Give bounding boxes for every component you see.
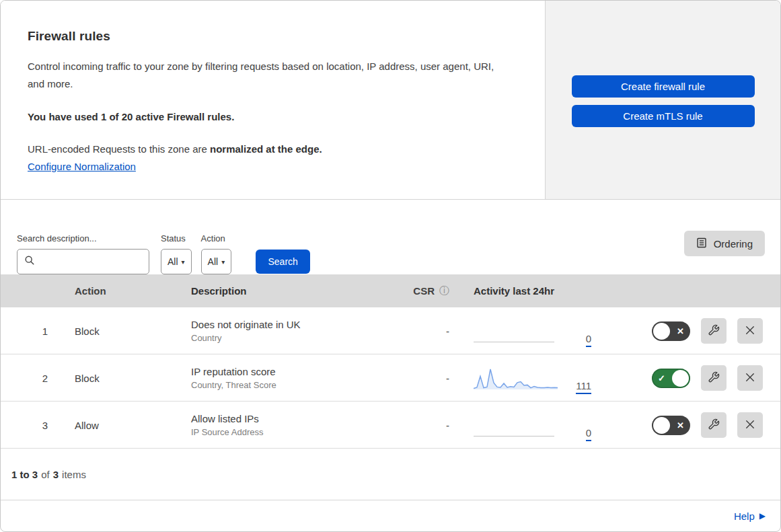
rule-fields: IP Source Address bbox=[191, 427, 397, 437]
help-bar: Help ▶ bbox=[1, 500, 780, 531]
rule-enabled-toggle[interactable]: ✕ bbox=[652, 321, 690, 341]
chevron-down-icon: ▾ bbox=[182, 258, 185, 266]
pagination-range: 1 to 3 bbox=[11, 469, 38, 480]
rule-description: IP reputation score bbox=[191, 366, 397, 377]
close-icon bbox=[744, 418, 756, 432]
wrench-icon bbox=[708, 371, 720, 385]
activity-count-box: 0 bbox=[571, 427, 591, 439]
toggle-knob bbox=[653, 323, 670, 340]
activity-count-link[interactable]: 0 bbox=[586, 427, 591, 441]
rule-fields: Country bbox=[191, 333, 397, 343]
activity-sparkline bbox=[474, 318, 558, 345]
rule-description: Does not originate in UK bbox=[191, 319, 397, 330]
normalization-bold-text: normalized at the edge. bbox=[210, 143, 322, 155]
csr-header-label: CSR bbox=[413, 285, 435, 297]
rule-description-cell: Does not originate in UK Country bbox=[182, 319, 397, 343]
table-row: 1 Block Does not originate in UK Country… bbox=[1, 307, 780, 354]
rule-action: Block bbox=[65, 373, 182, 384]
search-group: Search description... bbox=[17, 233, 149, 274]
rule-priority: 1 bbox=[1, 326, 65, 337]
description-column-header: Description bbox=[182, 285, 397, 297]
action-column-header: Action bbox=[65, 285, 182, 297]
activity-count-link[interactable]: 0 bbox=[586, 333, 591, 347]
usage-note: You have used 1 of 20 active Firewall ru… bbox=[28, 111, 518, 122]
rule-priority: 3 bbox=[1, 420, 65, 431]
edit-rule-button[interactable] bbox=[701, 365, 727, 391]
search-button[interactable]: Search bbox=[256, 250, 310, 274]
ordering-button[interactable]: Ordering bbox=[684, 231, 765, 256]
status-filter-group: Status All ▾ bbox=[161, 233, 192, 274]
activity-count-box: 111 bbox=[571, 380, 591, 392]
status-dropdown[interactable]: All ▾ bbox=[161, 249, 192, 274]
normalization-note: URL-encoded Requests to this zone are no… bbox=[28, 143, 518, 155]
page-title: Firewall rules bbox=[28, 29, 518, 44]
wrench-icon bbox=[708, 324, 720, 338]
rule-csr-value: - bbox=[397, 326, 456, 337]
filter-bar: Search description... Status All ▾ Actio… bbox=[1, 200, 780, 274]
normalization-text: URL-encoded Requests to this zone are bbox=[28, 143, 210, 155]
action-label: Action bbox=[201, 233, 232, 243]
rule-activity-cell: 111 bbox=[456, 354, 626, 402]
edit-rule-button[interactable] bbox=[701, 318, 727, 344]
rule-action: Allow bbox=[65, 420, 182, 431]
rule-controls: ✕ bbox=[626, 412, 780, 438]
pagination-items: items bbox=[62, 469, 86, 480]
csr-column-header: CSR ⓘ bbox=[397, 284, 456, 297]
activity-column-header: Activity last 24hr bbox=[456, 285, 626, 297]
rule-activity-cell: 0 bbox=[456, 307, 626, 354]
status-value: All bbox=[168, 256, 178, 267]
header-actions-area: Create firewall rule Create mTLS rule bbox=[546, 1, 780, 199]
rule-priority: 2 bbox=[1, 373, 65, 384]
ordering-label: Ordering bbox=[714, 238, 753, 250]
action-dropdown[interactable]: All ▾ bbox=[201, 249, 232, 274]
activity-sparkline bbox=[474, 412, 558, 439]
rule-csr-value: - bbox=[397, 420, 456, 431]
delete-rule-button[interactable] bbox=[737, 412, 763, 438]
toggle-state-icon: ✕ bbox=[677, 327, 684, 336]
toggle-state-icon: ✓ bbox=[658, 374, 665, 383]
rule-activity-cell: 0 bbox=[456, 402, 626, 449]
header-section: Firewall rules Control incoming traffic … bbox=[1, 1, 780, 200]
close-icon bbox=[744, 371, 756, 385]
toggle-knob bbox=[653, 417, 670, 434]
configure-normalization-link[interactable]: Configure Normalization bbox=[28, 161, 136, 172]
table-row: 3 Allow Allow listed IPs IP Source Addre… bbox=[1, 402, 780, 449]
edit-rule-button[interactable] bbox=[701, 412, 727, 438]
action-value: All bbox=[208, 256, 219, 267]
chevron-down-icon: ▾ bbox=[221, 258, 225, 266]
search-input[interactable] bbox=[17, 249, 149, 274]
close-icon bbox=[744, 324, 756, 338]
rule-csr-value: - bbox=[397, 373, 456, 384]
toggle-knob bbox=[672, 370, 689, 387]
rule-description-cell: Allow listed IPs IP Source Address bbox=[182, 413, 397, 437]
header-text-area: Firewall rules Control incoming traffic … bbox=[1, 1, 546, 199]
create-firewall-rule-button[interactable]: Create firewall rule bbox=[572, 75, 755, 98]
delete-rule-button[interactable] bbox=[737, 365, 763, 391]
list-icon bbox=[696, 237, 707, 250]
toggle-state-icon: ✕ bbox=[677, 421, 684, 430]
rule-controls: ✓ bbox=[626, 365, 780, 391]
activity-count-box: 0 bbox=[571, 333, 591, 345]
table-header: Action Description CSR ⓘ Activity last 2… bbox=[1, 274, 780, 307]
pagination-total: 3 bbox=[53, 469, 59, 480]
rule-description: Allow listed IPs bbox=[191, 413, 397, 424]
wrench-icon bbox=[708, 418, 720, 432]
activity-count-link[interactable]: 111 bbox=[576, 380, 591, 394]
delete-rule-button[interactable] bbox=[737, 318, 763, 344]
rule-action: Block bbox=[65, 326, 182, 337]
status-label: Status bbox=[161, 233, 192, 243]
info-icon[interactable]: ⓘ bbox=[439, 284, 449, 297]
rule-enabled-toggle[interactable]: ✓ bbox=[652, 369, 690, 388]
pagination-of: of bbox=[41, 469, 50, 480]
page-description: Control incoming traffic to your zone by… bbox=[28, 58, 507, 93]
help-label: Help bbox=[734, 510, 755, 522]
search-icon bbox=[24, 255, 35, 268]
help-link[interactable]: Help ▶ bbox=[734, 510, 766, 522]
search-label: Search description... bbox=[17, 233, 149, 243]
arrow-right-icon: ▶ bbox=[759, 511, 766, 521]
pagination-summary: 1 to 3 of 3 items bbox=[1, 449, 780, 500]
firewall-rules-panel: Firewall rules Control incoming traffic … bbox=[0, 0, 781, 532]
activity-sparkline bbox=[474, 365, 558, 392]
create-mtls-rule-button[interactable]: Create mTLS rule bbox=[572, 105, 755, 127]
rule-enabled-toggle[interactable]: ✕ bbox=[652, 416, 690, 435]
